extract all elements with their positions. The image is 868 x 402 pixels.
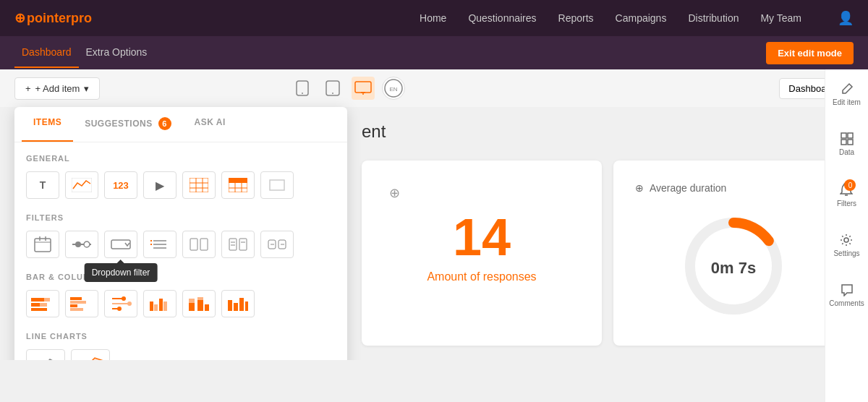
settings-label: Settings [833, 249, 859, 257]
nav-myteam[interactable]: My Team [760, 12, 801, 24]
add-icon: + [25, 83, 31, 94]
bar-vertical-alt[interactable] [221, 290, 255, 317]
svg-rect-39 [239, 239, 247, 250]
panel-tab-bar: ITEMS SUGGESTIONS 6 ASK AI [14, 107, 347, 142]
subnav-dashboard[interactable]: Dashboard [14, 38, 79, 68]
dashboard-title: ent [362, 121, 854, 142]
section-filters-label: FILTERS [26, 213, 336, 222]
filters-items-grid: Dropdown filter [26, 231, 336, 258]
svg-rect-4 [355, 82, 371, 93]
responses-number: 14 [383, 211, 580, 263]
svg-rect-47 [31, 303, 40, 307]
sub-navigation: Dashboard Extra Options Exit edit mode [0, 36, 868, 69]
bar-vertical-stacked[interactable] [182, 290, 216, 317]
svg-point-57 [127, 302, 132, 306]
duration-header: ⊕ Average duration [635, 182, 726, 194]
right-panel-settings-item[interactable]: Settings [827, 228, 865, 263]
bar-chart-items-grid [26, 290, 336, 317]
number-widget[interactable]: 123 [104, 171, 137, 199]
svg-rect-36 [229, 239, 237, 250]
date-range-filter[interactable] [221, 231, 255, 258]
edit-item-label: Edit item [833, 98, 861, 106]
section-general-label: GENERAL [26, 154, 336, 163]
list-filter[interactable] [143, 231, 176, 258]
logo[interactable]: ⊕ pointerpro [14, 10, 92, 26]
svg-point-59 [117, 307, 122, 311]
tab-ask-ai[interactable]: ASK AI [183, 107, 237, 142]
exit-edit-mode-button[interactable]: Exit edit mode [766, 42, 854, 64]
table-grid-widget[interactable] [182, 171, 216, 199]
nav-questionnaires[interactable]: Questionnaires [468, 12, 536, 24]
svg-rect-46 [44, 298, 50, 302]
mobile-device-button[interactable] [291, 77, 314, 100]
right-panel-filters-item[interactable]: 0 Filters [831, 176, 862, 213]
svg-rect-66 [197, 300, 203, 311]
line-chart-items-grid [26, 349, 336, 360]
line-area-chart[interactable] [71, 349, 110, 360]
subnav-extra-options[interactable]: Extra Options [79, 38, 155, 68]
add-item-button[interactable]: + + Add item ▾ [14, 77, 100, 100]
nav-distribution[interactable]: Distribution [688, 12, 739, 24]
toolbar: + + Add item ▾ EN [0, 69, 868, 107]
svg-rect-70 [234, 303, 238, 311]
device-selector: EN [291, 77, 405, 100]
svg-rect-63 [163, 302, 167, 311]
bar-horizontal-stacked[interactable] [26, 290, 59, 317]
bar-vertical-grouped[interactable] [143, 290, 176, 317]
right-panel: Edit item Data 0 Filters Settings [825, 69, 868, 360]
edit-icon [841, 82, 854, 95]
tab-items[interactable]: ITEMS [22, 107, 73, 142]
svg-rect-64 [189, 303, 195, 311]
desktop-device-button[interactable] [352, 77, 375, 100]
multi-col-filter[interactable] [182, 231, 216, 258]
svg-rect-49 [31, 308, 47, 311]
rectangle-widget[interactable] [260, 171, 294, 199]
nav-campaigns[interactable]: Campaigns [616, 12, 667, 24]
section-line-charts-label: LINE CHARTS [26, 332, 336, 341]
play-widget[interactable]: ▶ [143, 171, 176, 199]
line-basic-chart[interactable] [26, 349, 65, 360]
tab-suggestions[interactable]: SUGGESTIONS 6 [73, 107, 182, 142]
image-chart-widget[interactable] [65, 171, 98, 199]
bar-horizontal-grouped[interactable] [65, 290, 98, 317]
card-add-button[interactable]: ⊕ [383, 182, 405, 204]
svg-rect-78 [848, 133, 853, 138]
responses-card: ⊕ 14 Amount of responses [362, 161, 602, 346]
right-panel-edit-item[interactable]: Edit item [827, 77, 867, 112]
svg-rect-60 [150, 302, 153, 311]
text-widget[interactable]: T [26, 171, 59, 199]
svg-rect-51 [70, 301, 86, 304]
svg-rect-67 [197, 297, 203, 300]
duration-title: Average duration [650, 182, 726, 194]
data-icon [841, 132, 854, 145]
range-filter[interactable] [65, 231, 98, 258]
nav-reports[interactable]: Reports [558, 12, 594, 24]
comments-label: Comments [829, 299, 864, 307]
svg-point-82 [844, 238, 848, 242]
table-alt-widget[interactable] [221, 171, 255, 199]
svg-point-3 [332, 93, 333, 94]
svg-rect-72 [245, 302, 248, 311]
svg-rect-10 [190, 178, 208, 192]
svg-rect-62 [159, 299, 163, 311]
dropdown-filter[interactable]: Dropdown filter [104, 231, 137, 258]
user-avatar-icon[interactable]: 👤 [838, 10, 854, 26]
right-panel-data-item[interactable]: Data [833, 127, 860, 162]
nav-home[interactable]: Home [420, 12, 446, 24]
language-selector[interactable]: EN [382, 77, 405, 100]
svg-rect-35 [200, 239, 208, 250]
svg-rect-28 [111, 240, 130, 249]
svg-rect-61 [154, 304, 158, 311]
items-panel: ITEMS SUGGESTIONS 6 ASK AI GENERAL T 123… [14, 107, 347, 360]
bar-horizontal-lollipop[interactable] [104, 290, 137, 317]
tablet-device-button[interactable] [321, 77, 344, 100]
duration-donut: 0m 7s [635, 208, 832, 324]
calendar-filter[interactable] [26, 231, 59, 258]
svg-rect-50 [70, 297, 82, 300]
right-panel-comments-item[interactable]: Comments [823, 278, 868, 313]
dashboard-cards: ⊕ 14 Amount of responses ⊕ Average durat… [362, 161, 854, 346]
svg-rect-52 [70, 304, 77, 307]
svg-point-26 [75, 241, 81, 247]
tag-filter[interactable] [260, 231, 294, 258]
svg-rect-68 [205, 304, 209, 311]
